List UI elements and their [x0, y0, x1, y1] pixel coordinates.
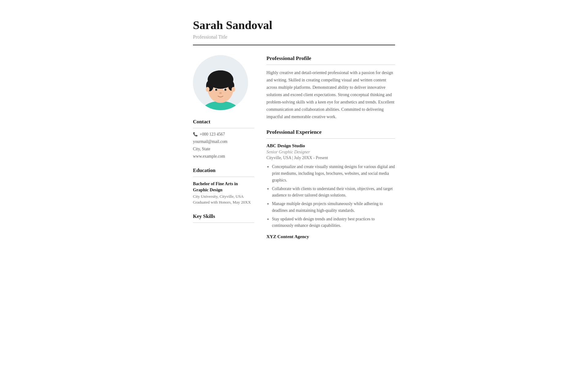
bullet-1-1: Conceptualize and create visually stunni…: [272, 163, 395, 183]
profile-section-title: Professional Profile: [266, 55, 395, 62]
svg-point-8: [232, 87, 235, 92]
contact-website: www.example.com: [193, 154, 254, 159]
bullet-1-4: Stay updated with design trends and indu…: [272, 216, 395, 229]
contact-divider: [193, 128, 254, 128]
left-column: Contact 📞 +000 123 4567 yourmail@mail.co…: [193, 55, 254, 227]
svg-point-7: [206, 87, 209, 92]
job-company-1: ABC Design Studio: [266, 143, 395, 148]
edu-degree: Bachelor of Fine Arts in Graphic Design: [193, 181, 254, 193]
contact-section-title: Contact: [193, 119, 254, 125]
experience-divider: [266, 138, 395, 139]
resume-professional-title: Professional Title: [193, 34, 395, 40]
job-location-date-1: Cityville, USA | July 20XX - Present: [266, 155, 395, 160]
contact-phone: 📞 +000 123 4567: [193, 132, 254, 137]
contact-location: City, State: [193, 147, 254, 152]
avatar-illustration: [196, 58, 245, 110]
contact-email: yourmail@mail.com: [193, 139, 254, 144]
edu-school: City University, Cityville, USA: [193, 194, 254, 199]
resume-page: Sarah Sandoval Professional Title: [187, 0, 401, 266]
header-divider: [193, 45, 395, 45]
svg-point-13: [219, 92, 222, 94]
experience-section-title: Professional Experience: [266, 129, 395, 135]
education-section-title: Education: [193, 167, 254, 174]
job-entry-2: XYZ Content Agency: [266, 234, 395, 239]
job-entry-1: ABC Design Studio Senior Graphic Designe…: [266, 143, 395, 229]
svg-point-11: [215, 89, 217, 91]
edu-graduation: Graduated with Honors, May 20XX: [193, 200, 254, 205]
contact-section: Contact 📞 +000 123 4567 yourmail@mail.co…: [193, 119, 254, 159]
job-company-2: XYZ Content Agency: [266, 234, 395, 239]
profile-divider: [266, 65, 395, 65]
avatar: [193, 55, 248, 110]
job-title-1: Senior Graphic Designer: [266, 149, 395, 155]
bullet-1-3: Manage multiple design projects simultan…: [272, 200, 395, 214]
profile-text: Highly creative and detail-oriented prof…: [266, 69, 395, 120]
key-skills-section-title: Key Skills: [193, 213, 254, 219]
skills-divider: [193, 223, 254, 223]
resume-header: Sarah Sandoval Professional Title: [193, 18, 395, 45]
phone-icon: 📞: [193, 132, 198, 137]
key-skills-section: Key Skills: [193, 213, 254, 223]
education-section: Education Bachelor of Fine Arts in Graph…: [193, 167, 254, 205]
education-divider: [193, 177, 254, 177]
main-content: Contact 📞 +000 123 4567 yourmail@mail.co…: [193, 55, 395, 248]
bullet-1-2: Collaborate with clients to understand t…: [272, 185, 395, 199]
job-bullets-1: Conceptualize and create visually stunni…: [266, 163, 395, 229]
right-column: Professional Profile Highly creative and…: [266, 55, 395, 248]
resume-name: Sarah Sandoval: [193, 18, 395, 32]
profile-section: Professional Profile Highly creative and…: [266, 55, 395, 120]
svg-point-12: [224, 89, 227, 91]
experience-section: Professional Experience ABC Design Studi…: [266, 129, 395, 239]
